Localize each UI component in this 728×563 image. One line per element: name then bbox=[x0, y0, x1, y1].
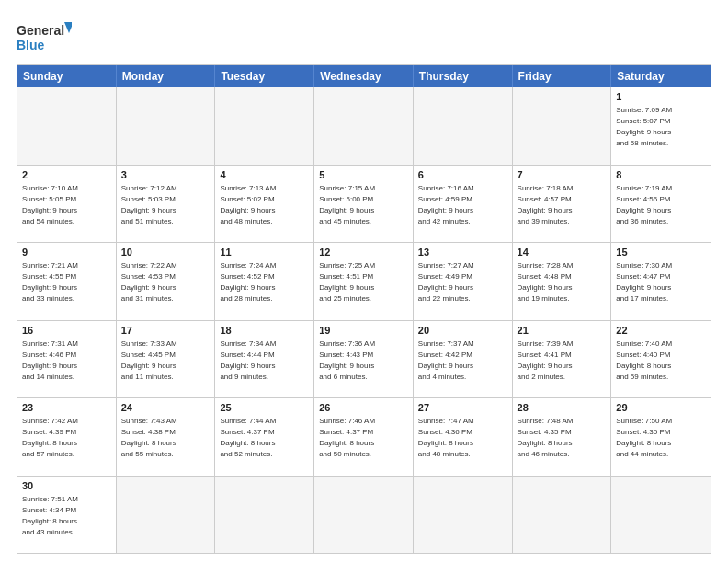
day-info: Sunrise: 7:33 AM Sunset: 4:45 PM Dayligh… bbox=[121, 339, 177, 381]
day-info: Sunrise: 7:31 AM Sunset: 4:46 PM Dayligh… bbox=[22, 339, 78, 381]
day-info: Sunrise: 7:12 AM Sunset: 5:03 PM Dayligh… bbox=[121, 184, 177, 225]
day-info: Sunrise: 7:50 AM Sunset: 4:35 PM Dayligh… bbox=[616, 417, 672, 458]
calendar-day-cell bbox=[215, 477, 314, 554]
day-number: 14 bbox=[518, 246, 607, 259]
calendar-week-0: 1Sunrise: 7:09 AM Sunset: 5:07 PM Daylig… bbox=[17, 87, 711, 165]
header-day-saturday: Saturday bbox=[611, 65, 711, 87]
calendar-day-cell: 13Sunrise: 7:27 AM Sunset: 4:49 PM Dayli… bbox=[414, 243, 513, 320]
day-number: 12 bbox=[319, 246, 408, 259]
calendar-day-cell: 12Sunrise: 7:25 AM Sunset: 4:51 PM Dayli… bbox=[314, 243, 414, 320]
day-number: 11 bbox=[220, 246, 309, 259]
day-number: 6 bbox=[418, 168, 507, 182]
day-info: Sunrise: 7:19 AM Sunset: 4:56 PM Dayligh… bbox=[616, 184, 672, 225]
day-info: Sunrise: 7:21 AM Sunset: 4:55 PM Dayligh… bbox=[22, 261, 78, 303]
day-number: 24 bbox=[121, 401, 210, 415]
calendar-header-row: SundayMondayTuesdayWednesdayThursdayFrid… bbox=[17, 65, 711, 87]
day-info: Sunrise: 7:09 AM Sunset: 5:07 PM Dayligh… bbox=[616, 106, 672, 147]
calendar-day-cell: 7Sunrise: 7:18 AM Sunset: 4:57 PM Daylig… bbox=[513, 166, 612, 243]
page: General Blue SundayMondayTuesdayWednesda… bbox=[0, 0, 728, 563]
calendar-day-cell: 18Sunrise: 7:34 AM Sunset: 4:44 PM Dayli… bbox=[215, 321, 314, 398]
calendar-week-3: 16Sunrise: 7:31 AM Sunset: 4:46 PM Dayli… bbox=[17, 320, 711, 398]
day-number: 23 bbox=[22, 401, 111, 415]
day-number: 19 bbox=[319, 324, 408, 338]
day-number: 13 bbox=[418, 246, 507, 259]
calendar-day-cell: 20Sunrise: 7:37 AM Sunset: 4:42 PM Dayli… bbox=[414, 321, 513, 398]
header: General Blue bbox=[17, 17, 711, 57]
day-info: Sunrise: 7:22 AM Sunset: 4:53 PM Dayligh… bbox=[121, 261, 177, 303]
day-number: 17 bbox=[121, 324, 210, 338]
day-number: 5 bbox=[319, 168, 408, 182]
day-info: Sunrise: 7:13 AM Sunset: 5:02 PM Dayligh… bbox=[220, 184, 276, 225]
header-day-monday: Monday bbox=[117, 65, 216, 87]
calendar-day-cell: 1Sunrise: 7:09 AM Sunset: 5:07 PM Daylig… bbox=[611, 87, 711, 165]
header-day-friday: Friday bbox=[513, 65, 612, 87]
svg-marker-2 bbox=[64, 22, 72, 33]
calendar-day-cell bbox=[314, 87, 414, 165]
calendar-day-cell: 28Sunrise: 7:48 AM Sunset: 4:35 PM Dayli… bbox=[513, 398, 612, 476]
day-info: Sunrise: 7:15 AM Sunset: 5:00 PM Dayligh… bbox=[319, 184, 375, 225]
calendar-day-cell: 25Sunrise: 7:44 AM Sunset: 4:37 PM Dayli… bbox=[215, 398, 314, 476]
calendar-day-cell bbox=[215, 87, 314, 165]
generalblue-logo-icon: General Blue bbox=[17, 17, 72, 57]
day-info: Sunrise: 7:24 AM Sunset: 4:52 PM Dayligh… bbox=[220, 261, 276, 303]
calendar-day-cell: 27Sunrise: 7:47 AM Sunset: 4:36 PM Dayli… bbox=[414, 398, 513, 476]
calendar-day-cell: 23Sunrise: 7:42 AM Sunset: 4:39 PM Dayli… bbox=[17, 398, 117, 476]
calendar-day-cell: 14Sunrise: 7:28 AM Sunset: 4:48 PM Dayli… bbox=[513, 243, 612, 320]
calendar-day-cell: 24Sunrise: 7:43 AM Sunset: 4:38 PM Dayli… bbox=[117, 398, 216, 476]
calendar-day-cell: 9Sunrise: 7:21 AM Sunset: 4:55 PM Daylig… bbox=[17, 243, 117, 320]
calendar-day-cell: 26Sunrise: 7:46 AM Sunset: 4:37 PM Dayli… bbox=[314, 398, 414, 476]
day-number: 15 bbox=[616, 246, 706, 259]
day-number: 2 bbox=[22, 168, 111, 182]
day-number: 8 bbox=[616, 168, 706, 182]
day-info: Sunrise: 7:39 AM Sunset: 4:41 PM Dayligh… bbox=[518, 339, 574, 381]
day-info: Sunrise: 7:28 AM Sunset: 4:48 PM Dayligh… bbox=[518, 261, 574, 303]
day-number: 27 bbox=[418, 401, 507, 415]
calendar-day-cell: 11Sunrise: 7:24 AM Sunset: 4:52 PM Dayli… bbox=[215, 243, 314, 320]
logo: General Blue bbox=[17, 17, 72, 57]
calendar-day-cell bbox=[17, 87, 117, 165]
day-number: 29 bbox=[616, 401, 706, 415]
day-info: Sunrise: 7:46 AM Sunset: 4:37 PM Dayligh… bbox=[319, 417, 375, 458]
calendar-day-cell: 4Sunrise: 7:13 AM Sunset: 5:02 PM Daylig… bbox=[215, 166, 314, 243]
calendar-day-cell: 29Sunrise: 7:50 AM Sunset: 4:35 PM Dayli… bbox=[611, 398, 711, 476]
day-info: Sunrise: 7:16 AM Sunset: 4:59 PM Dayligh… bbox=[418, 184, 474, 225]
calendar-day-cell bbox=[513, 87, 612, 165]
day-info: Sunrise: 7:42 AM Sunset: 4:39 PM Dayligh… bbox=[22, 417, 78, 458]
calendar-week-1: 2Sunrise: 7:10 AM Sunset: 5:05 PM Daylig… bbox=[17, 165, 711, 243]
day-info: Sunrise: 7:27 AM Sunset: 4:49 PM Dayligh… bbox=[418, 261, 474, 303]
day-info: Sunrise: 7:10 AM Sunset: 5:05 PM Dayligh… bbox=[22, 184, 78, 225]
day-number: 1 bbox=[616, 90, 706, 104]
calendar-day-cell: 16Sunrise: 7:31 AM Sunset: 4:46 PM Dayli… bbox=[17, 321, 117, 398]
calendar-day-cell: 19Sunrise: 7:36 AM Sunset: 4:43 PM Dayli… bbox=[314, 321, 414, 398]
day-number: 3 bbox=[121, 168, 210, 182]
day-info: Sunrise: 7:48 AM Sunset: 4:35 PM Dayligh… bbox=[518, 417, 574, 458]
calendar-week-5: 30Sunrise: 7:51 AM Sunset: 4:34 PM Dayli… bbox=[17, 476, 711, 554]
day-number: 16 bbox=[22, 324, 111, 338]
day-info: Sunrise: 7:40 AM Sunset: 4:40 PM Dayligh… bbox=[616, 339, 672, 381]
day-info: Sunrise: 7:30 AM Sunset: 4:47 PM Dayligh… bbox=[616, 261, 672, 303]
calendar-week-4: 23Sunrise: 7:42 AM Sunset: 4:39 PM Dayli… bbox=[17, 397, 711, 476]
calendar-day-cell: 30Sunrise: 7:51 AM Sunset: 4:34 PM Dayli… bbox=[17, 477, 117, 554]
calendar-day-cell bbox=[117, 87, 216, 165]
day-info: Sunrise: 7:47 AM Sunset: 4:36 PM Dayligh… bbox=[418, 417, 474, 458]
calendar-day-cell: 3Sunrise: 7:12 AM Sunset: 5:03 PM Daylig… bbox=[117, 166, 216, 243]
day-info: Sunrise: 7:51 AM Sunset: 4:34 PM Dayligh… bbox=[22, 495, 78, 536]
header-day-tuesday: Tuesday bbox=[215, 65, 314, 87]
day-number: 20 bbox=[418, 324, 507, 338]
svg-text:Blue: Blue bbox=[17, 38, 45, 52]
day-info: Sunrise: 7:18 AM Sunset: 4:57 PM Dayligh… bbox=[518, 184, 574, 225]
day-info: Sunrise: 7:37 AM Sunset: 4:42 PM Dayligh… bbox=[418, 339, 474, 381]
calendar-day-cell: 2Sunrise: 7:10 AM Sunset: 5:05 PM Daylig… bbox=[17, 166, 117, 243]
day-info: Sunrise: 7:34 AM Sunset: 4:44 PM Dayligh… bbox=[220, 339, 276, 381]
calendar-day-cell: 17Sunrise: 7:33 AM Sunset: 4:45 PM Dayli… bbox=[117, 321, 216, 398]
day-number: 22 bbox=[616, 324, 706, 338]
calendar-day-cell: 15Sunrise: 7:30 AM Sunset: 4:47 PM Dayli… bbox=[611, 243, 711, 320]
calendar-week-2: 9Sunrise: 7:21 AM Sunset: 4:55 PM Daylig… bbox=[17, 242, 711, 320]
day-number: 10 bbox=[121, 246, 210, 259]
header-day-wednesday: Wednesday bbox=[314, 65, 414, 87]
day-number: 28 bbox=[518, 401, 607, 415]
day-number: 7 bbox=[518, 168, 607, 182]
day-number: 30 bbox=[22, 479, 111, 493]
calendar-day-cell: 22Sunrise: 7:40 AM Sunset: 4:40 PM Dayli… bbox=[611, 321, 711, 398]
day-info: Sunrise: 7:43 AM Sunset: 4:38 PM Dayligh… bbox=[121, 417, 177, 458]
